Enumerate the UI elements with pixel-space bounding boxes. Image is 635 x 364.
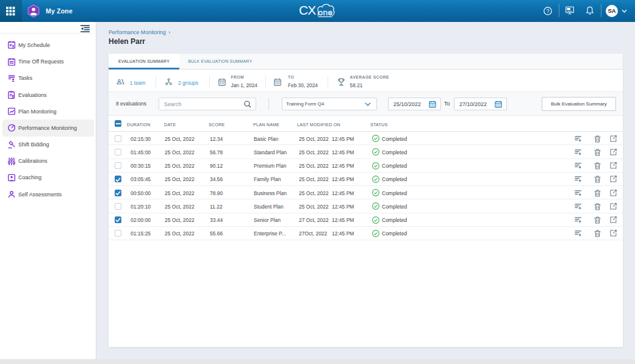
svg-text:?: ? — [547, 8, 550, 14]
svg-text:one: one — [318, 8, 333, 17]
